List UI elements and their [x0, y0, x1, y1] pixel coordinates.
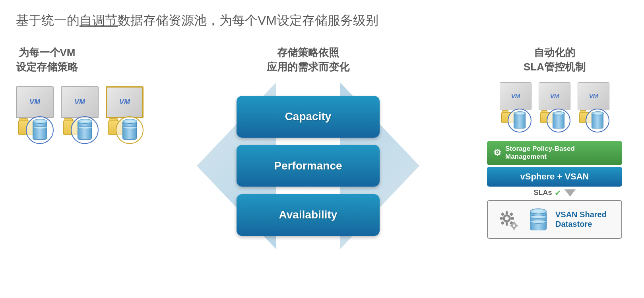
right-vm-box-3: VM — [578, 82, 609, 110]
vsan-text-block: VSAN Shared Datastore — [555, 210, 607, 229]
middle-section: 存储策略依照 应用的需求而变化 Capacity Performance — [147, 45, 469, 249]
svg-rect-15 — [516, 225, 518, 226]
svg-rect-14 — [510, 225, 512, 226]
checkmark-icon: ✔ — [555, 188, 561, 198]
svg-rect-12 — [513, 222, 515, 224]
diamond-container: Capacity Performance Availability — [197, 82, 419, 249]
pills-container: Capacity Performance Availability — [237, 82, 380, 249]
svg-rect-8 — [501, 221, 505, 225]
right-db-3 — [592, 113, 603, 129]
circle-db-3 — [116, 116, 144, 144]
pill-performance: Performance — [237, 145, 380, 187]
circle-db-2 — [71, 116, 99, 144]
svg-rect-3 — [506, 222, 508, 226]
right-vm-box-2: VM — [539, 82, 570, 110]
pill-availability: Availability — [237, 194, 380, 236]
right-db-1 — [514, 113, 526, 129]
right-section: 自动化的 SLA管控机制 VM — [481, 45, 628, 239]
gear-icon-spbm: ⚙ — [493, 148, 501, 158]
vm-icon-3: VM — [106, 86, 144, 146]
right-vm-2: VM — [539, 82, 570, 135]
slas-row: SLAs ✔ — [487, 188, 622, 198]
svg-rect-13 — [513, 227, 515, 230]
main-content: 为每一个VM 设定存储策略 VM — [16, 45, 628, 249]
vsan-gears-icon — [495, 206, 521, 232]
db-icon-1 — [33, 121, 47, 140]
svg-rect-4 — [500, 217, 503, 220]
arrow-down-icon — [564, 189, 576, 197]
right-vm-row: VM — [500, 82, 609, 135]
vm-icons-row: VM — [16, 86, 144, 146]
vm-icon-1: VM — [16, 86, 54, 146]
slide-title: 基于统一的自调节数据存储资源池，为每个VM设定存储服务级别 — [16, 12, 628, 29]
spbm-bar: ⚙ Storage Policy-Based Management — [487, 141, 622, 165]
circle-db-1 — [26, 116, 54, 144]
vsan-box: VSAN Shared Datastore — [487, 200, 622, 239]
svg-point-1 — [505, 216, 509, 220]
vm-box-1: VM — [16, 86, 54, 118]
right-db-2 — [553, 113, 564, 129]
slide-container: 基于统一的自调节数据存储资源池，为每个VM设定存储服务级别 为每一个VM 设定存… — [0, 0, 644, 298]
vm-box-2: VM — [61, 86, 99, 118]
svg-rect-2 — [506, 211, 508, 214]
left-section: 为每一个VM 设定存储策略 VM — [16, 45, 135, 146]
right-circle-2 — [547, 109, 570, 132]
svg-rect-7 — [510, 212, 514, 216]
right-heading: 自动化的 SLA管控机制 — [524, 45, 586, 74]
svg-point-11 — [513, 224, 515, 227]
vm-box-3: VM — [106, 86, 144, 118]
vsphere-bar: vSphere + VSAN — [487, 167, 622, 187]
db-icon-2 — [78, 121, 92, 140]
right-circle-3 — [586, 109, 609, 132]
left-heading: 为每一个VM 设定存储策略 — [16, 45, 78, 74]
vm-icon-2: VM — [61, 86, 99, 146]
pill-capacity: Capacity — [237, 96, 380, 138]
svg-rect-5 — [511, 217, 514, 220]
db-icon-3 — [122, 121, 137, 140]
vsan-db-icon — [527, 208, 549, 230]
gears-svg — [495, 206, 521, 232]
middle-heading: 存储策略依照 应用的需求而变化 — [267, 45, 349, 74]
right-vm-box-1: VM — [500, 82, 531, 110]
right-circle-1 — [508, 109, 531, 132]
right-vm-3: VM — [578, 82, 609, 135]
right-vm-1: VM — [500, 82, 531, 135]
